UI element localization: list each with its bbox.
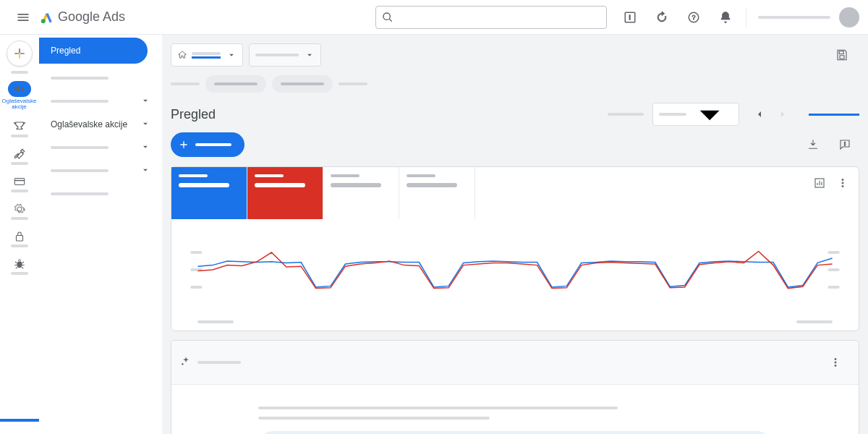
chevron-down-icon [140, 95, 150, 106]
rail-debug[interactable] [2, 255, 37, 278]
chevron-down-icon [140, 119, 150, 129]
avatar[interactable] [839, 7, 859, 27]
next-period-button[interactable] [771, 103, 794, 126]
svg-rect-6 [14, 180, 25, 182]
rail-admin[interactable] [2, 200, 37, 223]
chevron-left-icon [754, 109, 765, 120]
insight-action-pill[interactable] [258, 431, 772, 434]
rail-security[interactable] [2, 227, 37, 250]
reports-icon-button[interactable] [616, 3, 644, 32]
scorecard-3[interactable] [323, 167, 399, 219]
scope-toolbar [162, 35, 868, 75]
notifications-icon-button[interactable] [711, 3, 740, 32]
filter-chip-2[interactable] [272, 75, 333, 93]
svg-rect-5 [14, 179, 25, 185]
chart-legend [171, 320, 859, 331]
nav-skel-4[interactable] [39, 159, 162, 182]
create-fab[interactable] [7, 41, 33, 67]
rail-goals[interactable] [2, 117, 37, 140]
rail-campaigns-bubble [8, 81, 31, 97]
chart-icon [813, 176, 826, 190]
chevron-down-icon [140, 142, 150, 152]
view-toggle[interactable] [809, 114, 859, 116]
expand-chart-button[interactable] [809, 173, 830, 193]
rail-campaigns[interactable]: Oglaševalske akcije [2, 78, 37, 113]
nav-campaigns-label: Oglaševalske akcije [51, 119, 127, 129]
chip-plain-1 [171, 82, 200, 85]
scorecard-2[interactable] [247, 167, 323, 219]
svg-rect-12 [844, 145, 846, 146]
search-wrap [375, 6, 607, 29]
bug-icon [13, 258, 26, 271]
trophy-icon [13, 120, 26, 133]
more-vert-icon [836, 176, 849, 190]
svg-point-15 [842, 182, 843, 184]
secondary-scope-select[interactable] [249, 43, 321, 67]
product-name: Google Ads [58, 9, 125, 25]
nav-skel-1[interactable] [39, 67, 162, 90]
save-icon [835, 48, 848, 61]
nav-skel-5[interactable] [39, 182, 162, 205]
home-icon [177, 50, 187, 60]
feedback-icon [838, 138, 851, 151]
svg-point-16 [842, 185, 843, 187]
refresh-icon-button[interactable] [647, 3, 676, 32]
download-button[interactable] [799, 130, 827, 159]
rail-campaigns-label: Oglaševalske akcije [1, 98, 36, 110]
nav-campaigns[interactable]: Oglaševalske akcije [39, 113, 162, 136]
rail-billing[interactable] [2, 172, 37, 195]
nav-overview-label: Pregled [51, 46, 80, 56]
help-icon-button[interactable]: ? [679, 3, 708, 32]
divider [746, 7, 746, 27]
insights-card [171, 340, 859, 434]
search-icon [382, 12, 393, 23]
chevron-right-icon [777, 109, 788, 120]
line-chart [171, 219, 859, 320]
chevron-down-icon [226, 50, 237, 60]
nav-skel-2[interactable] [39, 90, 162, 113]
prev-period-button[interactable] [748, 103, 771, 126]
new-campaign-button[interactable] [171, 132, 244, 157]
card-menu-button[interactable] [833, 173, 853, 193]
legend-1 [197, 320, 234, 323]
download-icon [807, 138, 820, 151]
top-header: Google Ads ? [0, 0, 868, 35]
scorecard-4[interactable] [399, 167, 475, 219]
secondary-nav: Pregled Oglaševalske akcije [39, 35, 162, 434]
menu-icon-button[interactable] [9, 3, 38, 32]
more-vert-icon [829, 356, 842, 369]
page-title: Pregled [171, 107, 216, 122]
refresh-icon [655, 11, 668, 24]
account-scope-select[interactable] [171, 43, 243, 67]
actions-row [162, 130, 868, 166]
title-row: Pregled [162, 98, 868, 130]
card-icon [13, 175, 26, 188]
scorecard-1[interactable] [171, 167, 247, 219]
insights-card-header [171, 341, 859, 385]
svg-point-23 [835, 358, 836, 359]
main-content: Pregled [162, 35, 868, 434]
insights-menu-button[interactable] [821, 348, 850, 377]
date-range-select[interactable] [652, 103, 739, 126]
help-icon: ? [687, 11, 700, 24]
scorecards-row [171, 167, 859, 219]
chevron-down-icon [305, 50, 315, 60]
svg-rect-7 [16, 236, 22, 242]
plus-icon [13, 47, 26, 60]
date-paging [748, 103, 794, 126]
nav-skel-3[interactable] [39, 136, 162, 159]
search-input[interactable] [375, 6, 607, 29]
feedback-button[interactable] [830, 130, 859, 159]
svg-rect-11 [844, 142, 846, 144]
megaphone-icon [13, 82, 26, 95]
save-view-button[interactable] [827, 41, 856, 69]
account-switcher[interactable] [758, 16, 830, 19]
svg-point-25 [835, 365, 836, 366]
nav-overview[interactable]: Pregled [39, 38, 148, 64]
insights-card-body [171, 385, 859, 434]
filter-chip-1[interactable] [205, 75, 266, 93]
lock-icon [13, 230, 26, 243]
plus-icon [178, 139, 190, 150]
rail-tools[interactable] [2, 145, 37, 168]
menu-icon [16, 10, 30, 25]
